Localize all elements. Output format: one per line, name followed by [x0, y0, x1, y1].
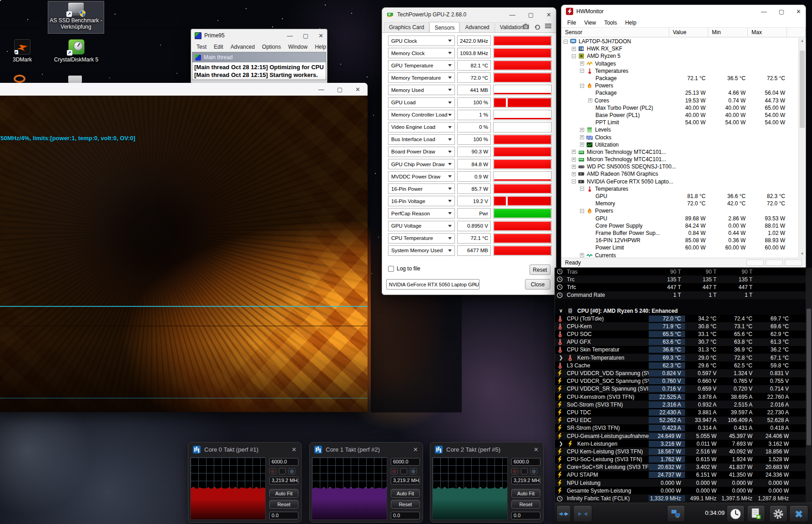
close-button[interactable]: Close [525, 279, 550, 290]
chevron-down-icon[interactable]: ∨ [559, 308, 563, 314]
expand-box[interactable]: + [580, 142, 584, 147]
sensor-row[interactable]: CPU Skin Temperatur36.6 °C31.3 °C36.9 °C… [555, 346, 812, 354]
tree-row[interactable]: −Powers [562, 82, 798, 89]
tree-row[interactable]: −AMD Ryzen 5 [562, 52, 798, 60]
sensor-row[interactable]: Command Rate1 T1 T1 T [555, 291, 812, 299]
minimize-button[interactable]: — [761, 8, 767, 15]
sensor-row[interactable]: APU GFX63.6 °C30.7 °C63.8 °C61.3 °C [555, 338, 812, 346]
sensor-name-dropdown[interactable]: GPU Clock [388, 36, 455, 46]
tree-row[interactable]: +Clocks [562, 133, 798, 141]
main-thread-titlebar[interactable]: Main thread [192, 52, 326, 62]
partial-desktop-icon[interactable] [14, 75, 25, 83]
refresh-icon[interactable] [534, 23, 540, 30]
color-option-button[interactable] [400, 468, 407, 474]
tree-row[interactable]: GPU89.68 W2.86 W93.53 W [562, 215, 798, 222]
scrollbar-thumb[interactable] [800, 51, 805, 128]
menu-item-help[interactable]: Help [311, 43, 330, 51]
expand-box[interactable]: + [572, 172, 576, 176]
sensor-name-dropdown[interactable]: System Memory Used [388, 245, 455, 256]
tree-row[interactable]: PPT Limit54.00 W54.00 W54.00 W [562, 119, 798, 126]
expand-box[interactable]: + [572, 47, 576, 51]
sensor-row[interactable]: CPU SOC65.5 °C33.1 °C65.6 °C62.9 °C [555, 331, 812, 338]
sensor-name-dropdown[interactable]: GPU Voltage [388, 221, 455, 231]
color-option-button[interactable] [288, 468, 295, 474]
tree-row[interactable]: Package72.1 °C36.5 °C72.5 °C [562, 75, 798, 82]
color-option-button[interactable] [511, 468, 518, 474]
auto-fit-button[interactable]: Auto Fit [511, 489, 540, 498]
close-button[interactable]: ✕ [318, 32, 323, 39]
sensor-name-dropdown[interactable]: Board Power Draw [388, 147, 455, 157]
close-button[interactable]: ✕ [546, 11, 551, 18]
tree-row[interactable]: GPU81.8 °C36.6 °C82.3 °C [562, 193, 798, 200]
menu-item-tools[interactable]: Tools [600, 19, 621, 27]
core-window-titlebar[interactable]: Core 2 Takt (perf #5)✕ [430, 443, 543, 456]
sensor-name-dropdown[interactable]: Memory Used [388, 85, 455, 95]
sensor-row[interactable]: Trc135 T135 T135 T [555, 275, 812, 283]
sensor-row[interactable]: CPU-SoC-Leistung (SVI3 TFN)1.762 W0.615 … [555, 456, 812, 463]
sensor-name-dropdown[interactable]: PerfCap Reason [388, 208, 455, 219]
tree-row[interactable]: Memory72.0 °C42.0 °C72.0 °C [562, 200, 798, 207]
menu-item-view[interactable]: View [580, 19, 600, 27]
tree-row[interactable]: −LAPTOP-5JH7DOON [562, 38, 798, 45]
sensor-row[interactable]: Gesamte System-Leistung0.000 W0.000 W0.0… [555, 487, 812, 494]
tree-row[interactable]: +Utilization [562, 141, 798, 148]
remote-monitoring-button[interactable] [667, 505, 685, 522]
sensor-row[interactable]: Infinity Fabric Takt (FCLK)1,332.9 MHz49… [555, 494, 812, 502]
core-window-titlebar[interactable]: Core 0 Takt (perf #1)✕ [188, 443, 301, 456]
color-option-button[interactable] [410, 468, 417, 474]
close-button[interactable]: ✕ [292, 446, 297, 453]
collapse-box[interactable]: − [564, 40, 568, 44]
collapse-box[interactable]: − [580, 69, 584, 73]
sensor-row[interactable]: NPU Leistung0.000 W0.000 W0.000 W0.000 W [555, 479, 812, 487]
sensor-row[interactable]: CPU EDC52.262 A33.947 A106.409 A52.628 A [555, 417, 812, 424]
y-axis-min-field[interactable]: 0.0 [511, 512, 540, 519]
auto-fit-button[interactable]: Auto Fit [269, 489, 298, 498]
expand-box[interactable]: + [580, 253, 584, 257]
sensor-row[interactable]: Tras90 T90 T90 T [555, 268, 812, 275]
menu-item-window[interactable]: Window [284, 43, 311, 51]
expand-box[interactable]: + [580, 128, 584, 132]
desktop-icon-3dmark[interactable]: ↗ 3DMark [6, 39, 38, 63]
menu-item-options[interactable]: Options [258, 43, 284, 51]
minimize-button[interactable]: — [287, 32, 293, 39]
sensor-name-dropdown[interactable]: GPU Chip Power Draw [388, 159, 455, 169]
color-option-button[interactable] [521, 468, 528, 474]
expand-columns-button[interactable] [556, 505, 571, 522]
sensor-row[interactable]: ❯Kern-Leistungen3.216 W0.011 W7.693 W3.1… [555, 440, 812, 448]
menu-item-test[interactable]: Test [193, 43, 210, 51]
scrollbar-thumb[interactable] [807, 309, 811, 445]
tree-row[interactable]: +Cores19.53 W0.74 W44.73 W [562, 97, 798, 104]
sensor-name-dropdown[interactable]: Memory Temperature [388, 72, 455, 83]
vertical-scrollbar[interactable] [806, 268, 812, 503]
gpu-select-dropdown[interactable]: NVIDIA GeForce RTX 5050 Laptop GPU ∨ [386, 279, 479, 290]
tree-row[interactable]: +WD PC SN5000S SDEQNSJ-1T00... [562, 163, 798, 170]
maximize-button[interactable]: ▢ [528, 11, 534, 18]
sensor-name-dropdown[interactable]: GPU Temperature [388, 60, 455, 71]
sensor-row[interactable]: CPU VDDCR_SR Spannung (SVI3 ...0.716 V0.… [555, 385, 812, 393]
scroll-up-arrow[interactable]: ▲ [799, 38, 806, 44]
sensor-name-dropdown[interactable]: Video Engine Load [388, 122, 455, 132]
sensor-row[interactable]: SoC-Strom (SVI3 TFN)2.316 A0.932 A2.515 … [555, 401, 812, 408]
chevron-right-icon[interactable]: ❯ [559, 441, 563, 447]
sensor-name-dropdown[interactable]: Bus Interface Load [388, 134, 455, 145]
reset-button[interactable]: Reset [530, 265, 550, 275]
menu-item-advanced[interactable]: Advanced [227, 43, 258, 51]
collapse-box[interactable]: − [580, 187, 584, 191]
tree-row[interactable]: Frame Buffer Power Sup...0.84 W0.44 W1.0… [562, 229, 798, 237]
expand-box[interactable]: + [588, 98, 592, 102]
collapse-box[interactable]: − [572, 54, 576, 58]
reset-button[interactable]: Reset [391, 500, 420, 509]
reset-button[interactable]: Reset [511, 500, 540, 509]
sensor-name-dropdown[interactable]: Memory Controller Load [388, 110, 455, 120]
y-axis-min-field[interactable]: 0.0 [391, 512, 420, 519]
auto-fit-button[interactable]: Auto Fit [391, 489, 420, 498]
tree-row[interactable]: Package25.13 W4.66 W56.04 W [562, 89, 798, 97]
maximize-button[interactable]: ▢ [303, 32, 308, 39]
close-button[interactable]: ✕ [534, 446, 539, 453]
clock-button[interactable] [726, 505, 745, 522]
minimize-button[interactable]: — [509, 11, 515, 18]
sensor-row[interactable]: SR-Strom (SVI3 TFN)0.423 A0.314 A0.431 A… [555, 424, 812, 432]
close-button[interactable]: ✕ [796, 8, 801, 15]
menu-icon[interactable] [545, 23, 551, 29]
scroll-down-arrow[interactable]: ▼ [799, 251, 806, 257]
